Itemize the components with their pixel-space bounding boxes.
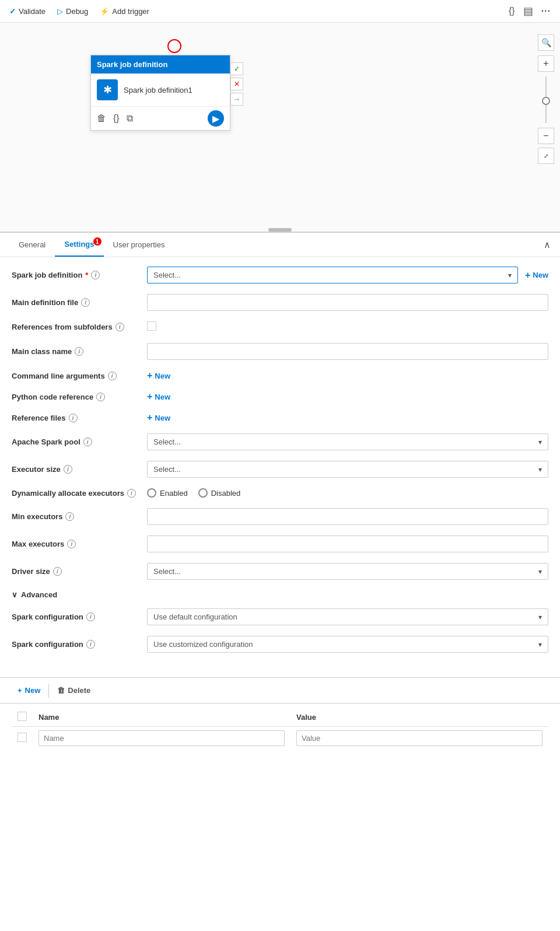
node-code-icon[interactable]: {}	[113, 113, 120, 124]
monitor-icon[interactable]: ▤	[523, 5, 533, 18]
tabs-collapse-btn[interactable]: ∧	[544, 239, 551, 250]
label-spark-config-2: Spark configuration i	[12, 640, 140, 649]
node-title: Spark job definition1	[124, 86, 192, 94]
info-min-exec[interactable]: i	[65, 512, 74, 521]
action-bar: + New 🗑 Delete	[0, 677, 560, 704]
info-spark-job[interactable]: i	[91, 271, 100, 279]
code-icon[interactable]: {}	[509, 6, 515, 16]
info-spark-config-1[interactable]: i	[86, 612, 95, 621]
new-spark-job-btn[interactable]: + New	[525, 270, 548, 281]
info-main-class[interactable]: i	[75, 347, 83, 356]
driver-size-select[interactable]: Select... ▾	[147, 563, 548, 580]
control-refs-subfolders	[147, 321, 548, 332]
node-copy-icon[interactable]: ⧉	[127, 113, 133, 124]
select-chevron-driver: ▾	[538, 568, 542, 576]
info-driver-size[interactable]: i	[53, 567, 62, 576]
node-status: ✓ ✕ →	[230, 62, 243, 106]
info-spark-pool[interactable]: i	[83, 438, 92, 446]
node-spark-icon: ✱	[97, 79, 118, 100]
action-delete-btn[interactable]: 🗑 Delete	[49, 682, 99, 698]
node-card-body: ✱ Spark job definition1	[91, 74, 230, 106]
spark-job-definition-select[interactable]: Select... ▾	[147, 267, 518, 284]
advanced-toggle[interactable]: ∨ Advanced	[12, 590, 548, 599]
fit-canvas-btn[interactable]: ⤢	[538, 148, 554, 164]
toolbar-right: {} ▤ ···	[509, 5, 551, 18]
tab-general[interactable]: General	[9, 233, 55, 256]
data-table: Name Value	[12, 708, 548, 750]
debug-label: Debug	[66, 7, 88, 16]
status-arrow-btn[interactable]: →	[230, 93, 243, 106]
radio-group-dynamic: Enabled Disabled	[147, 488, 548, 498]
status-check-btn[interactable]: ✓	[230, 62, 243, 75]
select-chevron-config2: ▾	[538, 640, 542, 649]
tab-settings[interactable]: Settings 1	[55, 233, 103, 257]
tab-user-properties[interactable]: User properties	[104, 233, 174, 256]
info-cmd-args[interactable]: i	[108, 372, 117, 380]
row-python-code-reference: Python code reference i + New	[12, 391, 548, 402]
spark-config-2-select[interactable]: Use customized configuration ▾	[147, 636, 548, 653]
td-row-checkbox	[12, 727, 33, 750]
canvas-search-btn[interactable]: 🔍	[538, 34, 554, 51]
control-spark-config-1: Use default configuration ▾	[147, 608, 548, 625]
row-main-definition-file: Main definition file i	[12, 294, 548, 311]
control-driver-size: Select... ▾	[147, 563, 548, 580]
validate-button[interactable]: Validate	[9, 7, 46, 16]
info-ref-files[interactable]: i	[69, 414, 78, 422]
info-dynamic-alloc[interactable]: i	[127, 489, 136, 498]
select-chevron-pool: ▾	[538, 438, 542, 446]
refs-subfolders-checkbox[interactable]	[147, 321, 156, 331]
new-ref-files-btn[interactable]: + New	[147, 412, 548, 423]
spark-config-1-select[interactable]: Use default configuration ▾	[147, 608, 548, 625]
trigger-icon: ⚡	[100, 7, 109, 16]
min-executors-input[interactable]	[147, 508, 548, 525]
td-row-name	[33, 727, 290, 750]
row-executor-size: Executor size i Select... ▾	[12, 461, 548, 478]
validate-icon	[9, 7, 16, 16]
zoom-slider[interactable]	[545, 74, 547, 125]
label-dynamically-allocate: Dynamically allocate executors i	[12, 489, 140, 498]
control-spark-config-2: Use customized configuration ▾	[147, 636, 548, 653]
info-executor-size[interactable]: i	[64, 465, 72, 474]
node-delete-icon[interactable]: 🗑	[97, 113, 106, 124]
table-row-checkbox[interactable]	[18, 733, 27, 742]
zoom-in-btn[interactable]: +	[538, 55, 554, 72]
info-max-exec[interactable]: i	[67, 540, 76, 548]
new-python-ref-btn[interactable]: + New	[147, 391, 548, 402]
th-name: Name	[33, 708, 290, 727]
table-select-all-checkbox[interactable]	[18, 712, 27, 721]
table-row-value-input[interactable]	[296, 730, 542, 746]
status-error-btn[interactable]: ✕	[230, 78, 243, 90]
label-driver-size: Driver size i	[12, 567, 140, 576]
radio-disabled[interactable]: Disabled	[198, 488, 241, 498]
action-new-btn[interactable]: + New	[9, 682, 48, 698]
table-container: Name Value	[0, 708, 560, 761]
info-python-ref[interactable]: i	[96, 393, 105, 401]
main-class-name-input[interactable]	[147, 343, 548, 360]
node-circle	[167, 39, 181, 53]
main-definition-file-input[interactable]	[147, 294, 548, 311]
max-executors-input[interactable]	[147, 536, 548, 552]
control-main-class-name	[147, 343, 548, 360]
radio-enabled[interactable]: Enabled	[147, 488, 188, 498]
apache-spark-pool-select[interactable]: Select... ▾	[147, 433, 548, 450]
info-spark-config-2[interactable]: i	[86, 640, 95, 649]
table-header-row: Name Value	[12, 708, 548, 727]
add-trigger-button[interactable]: ⚡ Add trigger	[100, 7, 149, 16]
debug-button[interactable]: Debug	[57, 7, 88, 16]
new-cmd-args-btn[interactable]: + New	[147, 370, 548, 381]
label-min-executors: Min executors i	[12, 512, 140, 521]
info-main-def[interactable]: i	[81, 298, 90, 307]
row-command-line-arguments: Command line arguments i + New	[12, 370, 548, 381]
node-card[interactable]: Spark job definition ✱ Spark job definit…	[90, 55, 230, 131]
select-chevron-config1: ▾	[538, 613, 542, 621]
node-run-icon[interactable]: ▶	[208, 110, 224, 127]
control-apache-spark-pool: Select... ▾	[147, 433, 548, 450]
info-refs[interactable]: i	[116, 323, 124, 331]
label-spark-job-definition: Spark job definition * i	[12, 271, 140, 279]
more-icon[interactable]: ···	[541, 6, 551, 16]
executor-size-select[interactable]: Select... ▾	[147, 461, 548, 478]
table-row-name-input[interactable]	[38, 730, 285, 746]
zoom-out-btn[interactable]: −	[538, 128, 554, 144]
canvas-resize-handle[interactable]	[268, 228, 292, 232]
row-driver-size: Driver size i Select... ▾	[12, 563, 548, 580]
